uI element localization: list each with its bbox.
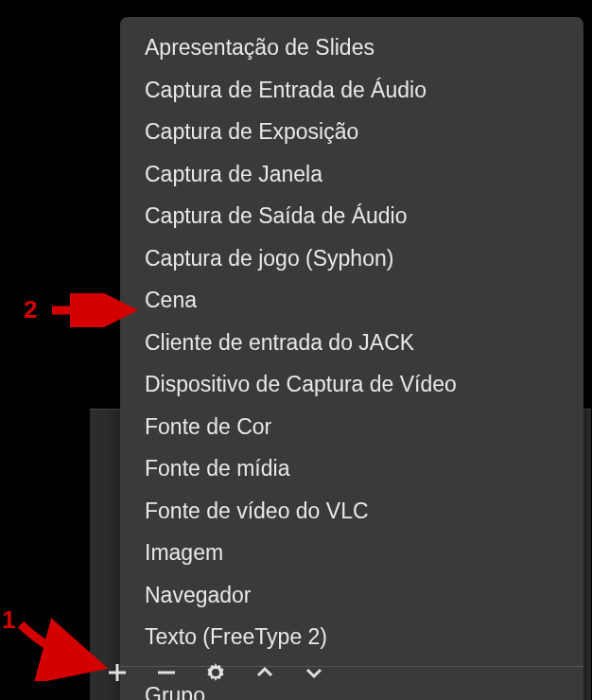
- annotation-arrow-1: [11, 615, 115, 681]
- menu-item-jack-input-client[interactable]: Cliente de entrada do JACK: [120, 322, 583, 364]
- remove-source-button[interactable]: [152, 658, 181, 687]
- menu-item-audio-input-capture[interactable]: Captura de Entrada de Áudio: [120, 69, 583, 112]
- minus-icon: [156, 662, 177, 683]
- menu-item-media-source[interactable]: Fonte de mídia: [120, 447, 583, 490]
- menu-item-syphon-game-capture[interactable]: Captura de jogo (Syphon): [120, 237, 583, 280]
- menu-item-image[interactable]: Imagem: [120, 532, 583, 574]
- chevron-down-icon: [305, 663, 323, 682]
- menu-item-color-source[interactable]: Fonte de Cor: [120, 406, 583, 448]
- menu-item-browser[interactable]: Navegador: [120, 574, 583, 617]
- add-source-context-menu: Apresentação de Slides Captura de Entrad…: [120, 17, 583, 700]
- sources-toolbar: [90, 651, 341, 694]
- menu-item-scene[interactable]: Cena: [120, 279, 583, 322]
- annotation-arrow-2: [47, 293, 142, 327]
- annotation-label-2: 2: [24, 295, 37, 324]
- gear-icon: [204, 661, 227, 684]
- menu-item-display-capture[interactable]: Captura de Exposição: [120, 111, 583, 153]
- source-properties-button[interactable]: [201, 658, 230, 687]
- move-source-down-button[interactable]: [300, 658, 328, 687]
- menu-item-slideshow[interactable]: Apresentação de Slides: [120, 26, 583, 69]
- chevron-up-icon: [255, 663, 274, 682]
- menu-item-video-capture-device[interactable]: Dispositivo de Captura de Vídeo: [120, 363, 583, 406]
- move-source-up-button[interactable]: [251, 658, 279, 687]
- menu-item-window-capture[interactable]: Captura de Janela: [120, 153, 583, 196]
- menu-item-audio-output-capture[interactable]: Captura de Saída de Áudio: [120, 195, 583, 237]
- menu-item-vlc-video-source[interactable]: Fonte de vídeo do VLC: [120, 490, 583, 533]
